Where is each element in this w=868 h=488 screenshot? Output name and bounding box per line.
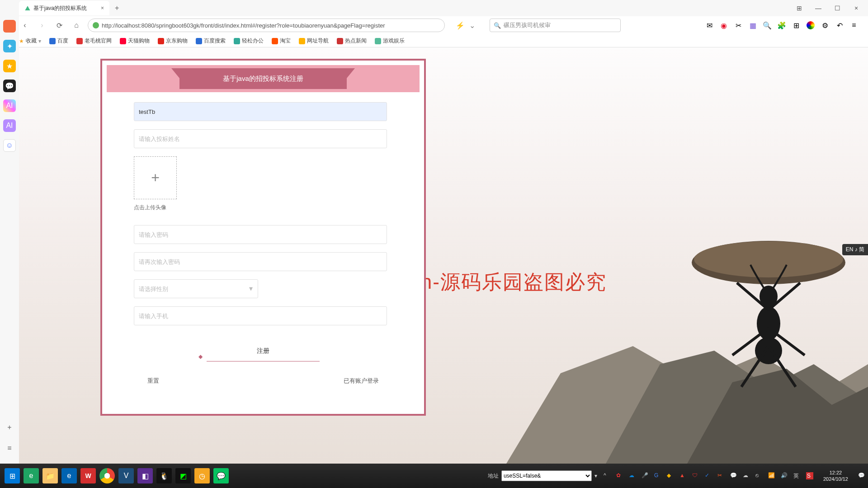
tray-onedrive-icon[interactable]: ☁ xyxy=(629,472,636,479)
close-tab-icon[interactable]: × xyxy=(101,5,104,11)
bookmark-baidu-search[interactable]: 百度搜索 xyxy=(196,37,226,45)
system-tray: ^ ✿ ☁ 🎤 G ◆ ▲ 🛡 ✓ ✂ 💬 ☁ ⎋ 📶 🔊 英 S 12:22 … xyxy=(604,469,865,483)
mail-icon[interactable]: ✉ xyxy=(705,21,713,29)
back-button[interactable]: ‹ xyxy=(19,19,31,31)
reset-link[interactable]: 重置 xyxy=(147,377,159,385)
browser-search-input[interactable]: 🔍 碾压男孩司机候审 xyxy=(490,19,621,32)
login-link[interactable]: 已有账户登录 xyxy=(344,377,379,385)
bookmark-laomaotao[interactable]: 老毛桃官网 xyxy=(76,37,112,45)
bookmark-bar: ★收藏▾ 百度 老毛桃官网 天猫购物 京东购物 百度搜索 轻松办公 淘宝 网址导… xyxy=(0,34,868,47)
taskbar-penguin-icon[interactable]: 🐧 xyxy=(156,468,172,483)
taskbar-clock[interactable]: 12:22 2024/10/12 xyxy=(819,469,853,483)
bookmark-nav[interactable]: 网址导航 xyxy=(299,37,329,45)
puzzle-icon[interactable]: 🧩 xyxy=(778,21,786,29)
taskbar-wechat-icon[interactable]: 💬 xyxy=(213,468,229,483)
background-illustration xyxy=(416,192,868,464)
bookmark-office[interactable]: 轻松办公 xyxy=(234,37,264,45)
password-input[interactable] xyxy=(134,225,387,244)
ext-icon[interactable]: ⊞ xyxy=(791,2,807,14)
browser-tab[interactable]: 基于java的招投标系统 × xyxy=(19,1,109,15)
tray-app2-icon[interactable]: ◆ xyxy=(667,472,674,479)
taskbar-pycharm-icon[interactable]: ◩ xyxy=(175,468,191,483)
menu-icon[interactable]: ≡ xyxy=(850,21,858,29)
db-dropdown-icon[interactable]: ▾ xyxy=(594,473,597,479)
favorites-label[interactable]: ★收藏▾ xyxy=(19,37,41,45)
tray-cloud2-icon[interactable]: ☁ xyxy=(743,472,750,479)
vue-favicon-icon xyxy=(24,5,31,11)
tray-wifi-icon[interactable]: 📶 xyxy=(768,472,775,479)
forward-button[interactable]: › xyxy=(36,19,48,31)
sidebar-list-icon[interactable]: ≡ xyxy=(3,442,16,455)
bookmark-games[interactable]: 游戏娱乐 xyxy=(375,37,405,45)
bookmark-news[interactable]: 热点新闻 xyxy=(337,37,367,45)
taobao-icon xyxy=(272,38,278,44)
gender-select[interactable] xyxy=(134,279,258,298)
bookmark-jd[interactable]: 京东购物 xyxy=(158,37,188,45)
flash-icon[interactable]: ⚡ xyxy=(456,21,465,30)
bookmark-tmall[interactable]: 天猫购物 xyxy=(120,37,150,45)
weibo-icon[interactable]: ◉ xyxy=(720,21,728,29)
username-input[interactable] xyxy=(134,102,387,121)
settings-icon[interactable]: ⚙ xyxy=(821,21,829,29)
tray-mic-icon[interactable]: 🎤 xyxy=(642,472,649,479)
tray-app4-icon[interactable]: S xyxy=(806,472,813,479)
sidebar-chat-icon[interactable]: 💬 xyxy=(3,80,16,92)
tab-bar: 基于java的招投标系统 × + ⊞ — ☐ × xyxy=(0,0,868,16)
sidebar-app1-icon[interactable]: ✦ xyxy=(3,40,16,52)
tray-wechat-icon[interactable]: 💬 xyxy=(730,472,737,479)
tray-snip-icon[interactable]: ✂ xyxy=(717,472,725,479)
new-tab-button[interactable]: + xyxy=(109,4,124,12)
registration-header: 基于java的招投标系统注册 xyxy=(107,65,420,92)
password-confirm-input[interactable] xyxy=(134,252,387,271)
jd-icon xyxy=(158,38,164,44)
tray-google-icon[interactable]: G xyxy=(654,472,661,479)
sidebar-add-icon[interactable]: + xyxy=(3,421,16,434)
sidebar-ai2-icon[interactable]: AI xyxy=(3,119,16,132)
url-input[interactable]: http://localhost:8080/springboot603gk/fr… xyxy=(88,19,445,32)
bookmark-taobao[interactable]: 淘宝 xyxy=(272,37,291,45)
taskbar-clock-icon[interactable]: ◷ xyxy=(194,468,210,483)
tray-bt-icon[interactable]: ⎋ xyxy=(755,472,763,479)
register-button[interactable]: 注册 xyxy=(207,343,320,359)
tray-notifications-icon[interactable]: 💬 xyxy=(858,472,865,479)
tray-app1-icon[interactable]: ✿ xyxy=(616,472,623,479)
apps-icon[interactable]: ⊞ xyxy=(792,21,800,29)
dropdown-icon[interactable]: ⌄ xyxy=(469,21,475,30)
browser-chrome: 基于java的招投标系统 × + ⊞ — ☐ × ‹ › ⟳ ⌂ http://… xyxy=(0,0,868,47)
taskbar-vs-icon[interactable]: V xyxy=(118,468,134,483)
grid-purple-icon[interactable]: ▦ xyxy=(749,21,757,29)
tray-app3-icon[interactable]: ▲ xyxy=(679,472,687,479)
scissors-icon[interactable]: ✂ xyxy=(734,21,742,29)
maximize-button[interactable]: ☐ xyxy=(829,2,845,14)
taskbar-ide-icon[interactable]: ◧ xyxy=(137,468,153,483)
taskbar-chrome-icon[interactable] xyxy=(99,468,115,483)
tray-ime-icon[interactable]: 英 xyxy=(793,472,801,479)
taskbar-edge-icon[interactable]: e xyxy=(61,468,77,483)
sidebar-ai-icon[interactable]: AI xyxy=(3,99,16,112)
sidebar-login-icon[interactable] xyxy=(3,20,16,33)
start-button[interactable]: ⊞ xyxy=(5,468,20,483)
avatar-upload[interactable]: + xyxy=(134,156,177,199)
color-circle-icon[interactable] xyxy=(807,21,815,29)
language-badge[interactable]: EN ♪ 简 xyxy=(842,244,868,255)
db-connection-select[interactable]: useSSL=false& xyxy=(501,470,592,481)
taskbar-wps-icon[interactable]: W xyxy=(80,468,96,483)
tray-chevron-up-icon[interactable]: ^ xyxy=(604,472,611,479)
taskbar-browser-icon[interactable]: e xyxy=(24,468,39,483)
reload-button[interactable]: ⟳ xyxy=(53,19,65,31)
bookmark-baidu[interactable]: 百度 xyxy=(49,37,68,45)
search2-icon[interactable]: 🔍 xyxy=(763,21,771,29)
minimize-button[interactable]: — xyxy=(810,2,826,14)
sidebar-smile-icon[interactable]: ☺ xyxy=(3,139,16,152)
close-window-button[interactable]: × xyxy=(848,2,864,14)
tray-shield-icon[interactable]: 🛡 xyxy=(692,472,699,479)
taskbar-explorer-icon[interactable]: 📁 xyxy=(42,468,58,483)
undo-icon[interactable]: ↶ xyxy=(835,21,844,29)
sidebar-star-icon[interactable]: ★ xyxy=(3,60,16,72)
phone-input[interactable] xyxy=(134,306,387,325)
home-button[interactable]: ⌂ xyxy=(71,19,82,31)
name-input[interactable] xyxy=(134,129,387,148)
tray-todo-icon[interactable]: ✓ xyxy=(705,472,712,479)
tray-volume-icon[interactable]: 🔊 xyxy=(781,472,788,479)
addr-right-icons: ⚡ ⌄ xyxy=(456,21,475,30)
